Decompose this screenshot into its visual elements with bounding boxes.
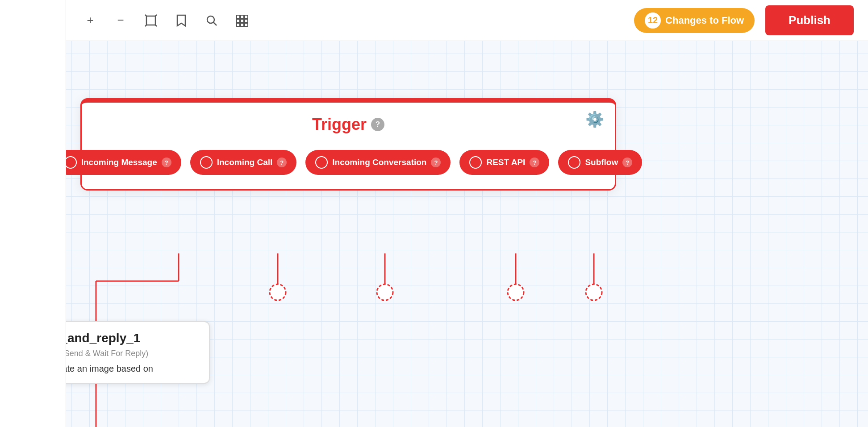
svg-line-3: [145, 25, 146, 26]
rest-api-help[interactable]: ?: [530, 158, 539, 167]
incoming-call-label: Incoming Call: [217, 158, 273, 167]
subflow-button[interactable]: Subflow ?: [558, 150, 642, 175]
publish-button[interactable]: Publish: [765, 5, 854, 35]
settings-icon[interactable]: ⚙️: [585, 112, 604, 127]
incoming-call-help[interactable]: ?: [277, 158, 287, 167]
svg-rect-10: [237, 19, 240, 22]
svg-rect-15: [245, 23, 248, 26]
svg-rect-12: [245, 19, 248, 22]
svg-line-6: [213, 22, 217, 25]
svg-rect-0: [146, 16, 155, 25]
trigger-title: Trigger ?: [312, 115, 384, 134]
subflow-circle: [568, 156, 580, 169]
subflow-label: Subflow: [585, 158, 618, 167]
trigger-header: Trigger ? ⚙️: [82, 103, 615, 141]
rest-api-label: REST API: [486, 158, 525, 167]
svg-rect-14: [241, 23, 244, 26]
trigger-buttons-container: Incoming Message ? Incoming Call ? Incom…: [82, 141, 615, 189]
incoming-message-label: Incoming Message: [81, 158, 157, 167]
rest-api-button[interactable]: REST API ?: [459, 150, 549, 175]
rest-api-circle: [469, 156, 482, 169]
incoming-conversation-button[interactable]: Incoming Conversation ?: [305, 150, 451, 175]
svg-rect-13: [237, 23, 240, 26]
left-sidebar: [0, 0, 66, 427]
incoming-conversation-circle: [315, 156, 328, 169]
zoom-out-button[interactable]: −: [111, 11, 130, 30]
bookmark-button[interactable]: [171, 11, 191, 30]
svg-rect-8: [241, 15, 244, 18]
incoming-message-button[interactable]: Incoming Message ?: [54, 150, 181, 175]
search-button[interactable]: [202, 11, 221, 30]
incoming-call-circle: [200, 156, 213, 169]
svg-line-4: [155, 25, 157, 26]
svg-rect-11: [241, 19, 244, 22]
incoming-conversation-help[interactable]: ?: [431, 158, 441, 167]
svg-rect-7: [237, 15, 240, 18]
trigger-card: Trigger ? ⚙️ Incoming Message ? Incoming…: [80, 98, 616, 191]
incoming-message-help[interactable]: ?: [162, 158, 171, 167]
fit-frame-button[interactable]: [141, 11, 161, 30]
changes-count: 12: [645, 12, 661, 29]
svg-rect-9: [245, 15, 248, 18]
zoom-in-button[interactable]: +: [80, 11, 100, 30]
trigger-title-text: Trigger: [312, 115, 367, 134]
changes-badge[interactable]: 12 Changes to Flow: [634, 8, 755, 33]
svg-line-1: [145, 15, 146, 16]
svg-line-2: [155, 15, 157, 16]
incoming-conversation-label: Incoming Conversation: [332, 158, 426, 167]
toolbar: + −: [66, 0, 868, 41]
trigger-help-icon[interactable]: ?: [371, 118, 384, 131]
subflow-help[interactable]: ?: [622, 158, 632, 167]
svg-point-5: [207, 16, 214, 23]
incoming-call-button[interactable]: Incoming Call ?: [190, 150, 297, 175]
changes-label: Changes to Flow: [665, 15, 744, 26]
grid-button[interactable]: [232, 11, 252, 30]
